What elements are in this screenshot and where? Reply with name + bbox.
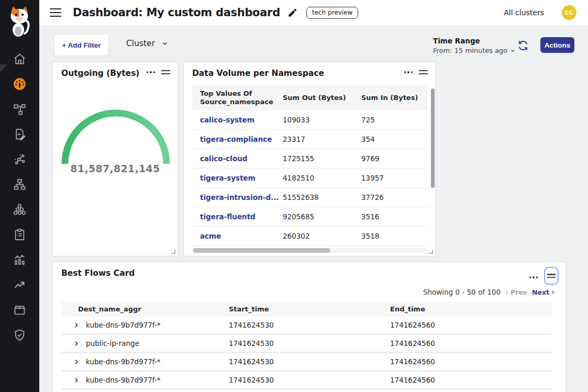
hamburger-menu-icon[interactable] (50, 8, 61, 17)
calico-cat-logo (7, 5, 32, 37)
horizontal-scrollbar[interactable] (192, 248, 428, 253)
namespace-link[interactable]: calico-system (200, 116, 254, 124)
sum-out-value: 9205685 (275, 212, 353, 221)
resize-handle[interactable] (171, 250, 175, 254)
more-options-icon[interactable] (404, 71, 413, 73)
drag-handle-icon[interactable] (161, 70, 170, 74)
user-avatar[interactable]: CC (562, 5, 576, 20)
column-header: End_time (374, 305, 552, 313)
dest-name: kube-dns-9b7d977f-* (86, 321, 160, 329)
namespace-link[interactable]: tigera-fluentd (200, 212, 256, 221)
end-time: 1741624560 (374, 376, 552, 384)
more-options-icon[interactable] (529, 276, 538, 278)
sidebar-item-statistics[interactable] (0, 247, 39, 272)
namespace-link[interactable]: tigera-compliance (200, 135, 272, 143)
resize-handle[interactable] (429, 250, 433, 254)
namespace-link[interactable]: tigera-intrusion-d... (200, 193, 279, 201)
dashboard-gauge-icon (13, 77, 27, 91)
edit-pencil-icon[interactable] (287, 8, 297, 18)
refresh-icon (517, 39, 529, 52)
sum-in-value: 3516 (353, 212, 428, 221)
cluster-dropdown-label: Cluster (126, 39, 155, 48)
package-icon (13, 303, 27, 317)
time-range-control: Time Range From: 15 minutes ago (433, 37, 516, 54)
sidebar-item-network[interactable] (0, 147, 39, 172)
gauge-arc (65, 113, 167, 164)
chevron-down-icon (510, 48, 516, 53)
table-row: tigera-compliance 23317 354 (192, 130, 428, 149)
cluster-dropdown[interactable]: Cluster (126, 39, 169, 48)
trend-arrow-icon (13, 278, 27, 292)
time-range-label: Time Range (433, 37, 516, 45)
sidebar (0, 0, 39, 392)
gauge-chart (61, 107, 170, 167)
drag-handle-icon[interactable] (419, 70, 428, 74)
sidebar-item-service-graph[interactable] (0, 96, 39, 121)
chevron-left-icon: ‹ (505, 288, 508, 296)
start-time: 1741624530 (213, 376, 374, 384)
sidebar-item-cluster[interactable] (0, 197, 39, 222)
namespace-link[interactable]: calico-cloud (200, 154, 247, 163)
more-options-icon[interactable] (147, 71, 156, 73)
sidebar-item-trends[interactable] (0, 272, 39, 297)
chevron-right-icon: › (551, 288, 554, 296)
sidebar-item-policies[interactable] (0, 121, 39, 147)
table-row: kube-dns-9b7d977f-* 1741624530 174162456… (62, 317, 552, 335)
sum-out-value: 260302 (275, 232, 353, 240)
column-header: Sum Out (Bytes) (275, 94, 353, 102)
sum-out-value: 23317 (275, 135, 353, 143)
time-range-value[interactable]: From: 15 minutes ago (433, 47, 516, 54)
best-flows-table: Dest_name_aggr Start_time End_time kube-… (62, 301, 552, 390)
page-title: Dashboard: My custom dashboard (73, 6, 280, 19)
sidebar-item-reports[interactable] (0, 222, 39, 247)
sum-in-value: 9769 (353, 154, 428, 163)
namespace-table: Top Values Of Source_namespace Sum Out (… (192, 85, 428, 246)
sum-out-value: 1725155 (275, 154, 353, 163)
expand-chevron-icon[interactable] (73, 377, 80, 384)
expand-chevron-icon[interactable] (73, 322, 80, 329)
start-time: 1741624530 (213, 339, 374, 348)
prev-page-button[interactable]: ‹ Prev (505, 288, 527, 296)
policy-edit-icon (13, 127, 27, 141)
sidebar-item-home[interactable] (0, 46, 39, 71)
expand-chevron-icon[interactable] (73, 340, 80, 347)
outgoing-bytes-card: Outgoing (Bytes) 81,587,821,145 (52, 62, 178, 256)
actions-button[interactable]: Actions (540, 37, 574, 53)
dest-name: kube-dns-9b7d977f-* (86, 357, 160, 366)
shield-check-icon (13, 328, 27, 342)
end-time: 1741624560 (374, 357, 552, 366)
table-row: kube-dns-9b7d977f-* 1741624530 174162456… (62, 372, 552, 390)
expand-chevron-icon[interactable] (73, 359, 80, 365)
card-title: Data Volume per Namespace (192, 69, 324, 78)
chevron-down-icon (161, 40, 169, 47)
sidebar-item-workloads[interactable] (0, 297, 39, 322)
sidebar-item-sitemap[interactable] (0, 172, 39, 197)
clipboard-list-icon (13, 228, 27, 242)
horizontal-scrollbar-thumb[interactable] (193, 248, 330, 253)
table-header-row: Top Values Of Source_namespace Sum Out (… (192, 85, 428, 110)
pagination-status: Showing 0 - 50 of 100 (423, 288, 501, 296)
refresh-button[interactable] (517, 39, 529, 52)
sum-in-value: 37726 (353, 193, 428, 201)
dest-name: public-ip-range (86, 339, 139, 348)
top-header: Dashboard: My custom dashboard tech prev… (39, 0, 588, 25)
start-time: 1741624530 (213, 321, 374, 329)
table-header-row: Dest_name_aggr Start_time End_time (62, 301, 552, 317)
end-time: 1741624560 (374, 321, 552, 329)
pagination: Showing 0 - 50 of 100 ‹ Prev Next › (423, 288, 554, 296)
cluster-scope-selector[interactable]: All clusters (504, 8, 544, 17)
end-time: 1741624560 (374, 339, 552, 348)
sidebar-item-dashboards[interactable] (0, 71, 39, 96)
table-row: acme 260302 3518 (192, 227, 428, 246)
add-filter-button[interactable]: + Add Filter (54, 34, 109, 56)
namespace-link[interactable]: acme (200, 232, 221, 240)
start-time: 1741624530 (213, 357, 374, 366)
next-page-button[interactable]: Next › (532, 288, 554, 296)
table-row: kube-dns-9b7d977f-* 1741624530 174162456… (62, 353, 552, 372)
column-header: Dest_name_aggr (62, 305, 213, 313)
drag-handle-icon-focused[interactable] (544, 267, 559, 285)
sidebar-item-security[interactable] (0, 322, 39, 348)
vertical-scrollbar-thumb[interactable] (431, 88, 435, 188)
tech-preview-badge: tech preview (306, 7, 358, 19)
namespace-link[interactable]: tigera-system (200, 174, 256, 182)
